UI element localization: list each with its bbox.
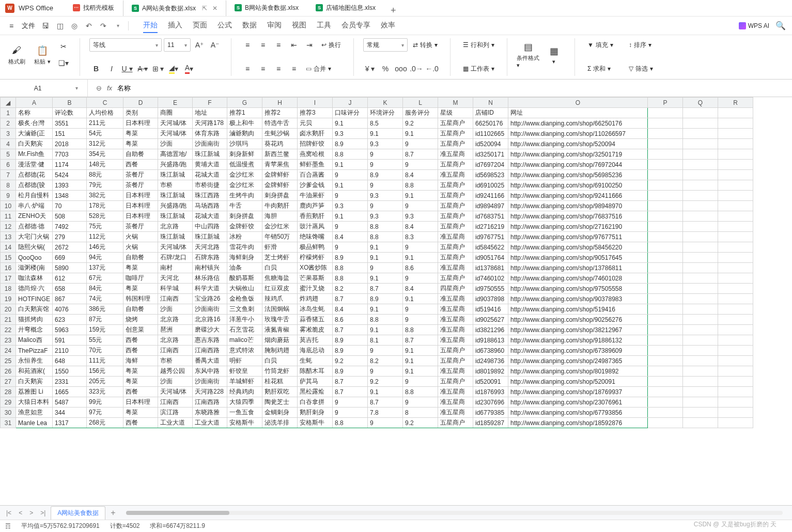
cell[interactable]: 9.1 <box>368 242 403 253</box>
cell[interactable]: 9.1 <box>333 211 368 222</box>
cell[interactable]: 大猿日本料 <box>16 397 53 408</box>
col-header-P[interactable]: P <box>648 98 683 108</box>
cell[interactable]: 9 <box>403 397 438 408</box>
cell[interactable]: 9.1 <box>368 273 403 284</box>
cell[interactable]: 658 <box>53 284 87 294</box>
cell[interactable]: id8019892 <box>473 366 508 377</box>
cell[interactable]: 西餐 <box>123 418 158 428</box>
sheet-nav-first[interactable]: |< <box>4 509 13 517</box>
row-header[interactable]: 29 <box>1 397 16 408</box>
cell[interactable]: 特选牛舌 <box>262 118 298 129</box>
cell[interactable]: 北京路 <box>158 222 193 232</box>
cell[interactable]: 9.1 <box>403 253 438 263</box>
row-header[interactable]: 24 <box>1 346 16 356</box>
cell[interactable]: 8.6 <box>333 315 368 325</box>
cell[interactable]: 88元 <box>87 170 123 180</box>
align-mid-button[interactable]: ≡ <box>256 38 270 52</box>
cell[interactable]: 9.3 <box>403 211 438 222</box>
cell[interactable]: 137元 <box>87 263 123 273</box>
cell[interactable]: 酸奶慕斯 <box>227 273 262 284</box>
cell[interactable]: 五星商户 <box>438 191 473 201</box>
cell[interactable]: id9241166 <box>473 191 508 201</box>
cell[interactable]: 准五星商 <box>438 170 473 180</box>
cell[interactable]: 自助餐 <box>123 253 158 263</box>
cell[interactable]: 5424 <box>53 170 87 180</box>
sort-button[interactable]: ↕排序 ▾ <box>626 38 655 52</box>
cell[interactable]: 马场西路 <box>193 201 227 211</box>
cell[interactable]: 粤菜 <box>123 129 158 139</box>
row-header[interactable]: 9 <box>1 191 16 201</box>
cell[interactable]: 鹿肉芦笋 <box>298 201 333 211</box>
cell[interactable]: 工业大道 <box>193 418 227 428</box>
cell[interactable]: ZENHO天 <box>16 211 53 222</box>
cell[interactable]: 97元 <box>87 408 123 418</box>
cell[interactable]: 8.2 <box>368 356 403 366</box>
cell[interactable]: 火锅 <box>123 242 158 253</box>
tab-doc-active[interactable]: SA网站美食数据.xlsx⇱✕ <box>123 0 226 16</box>
cell[interactable]: 虾饺皇 <box>227 366 262 377</box>
cell[interactable]: 8.9 <box>333 139 368 149</box>
cell[interactable]: 滨江路 <box>158 408 193 418</box>
cell[interactable]: 极上和牛 <box>227 118 262 129</box>
cell[interactable]: 刺身拼盘 <box>262 191 298 201</box>
cell[interactable]: 西餐 <box>123 160 158 170</box>
cell[interactable]: 623 <box>53 315 87 325</box>
cell[interactable]: http://www.dianping.com/shop/520091 <box>508 377 648 387</box>
header-cell[interactable]: 类别 <box>123 108 158 118</box>
cell[interactable]: 1348 <box>53 191 87 201</box>
cell[interactable]: 2018 <box>53 139 87 149</box>
cell[interactable]: 9.1 <box>333 118 368 129</box>
cell[interactable]: 石牌东路 <box>193 253 227 263</box>
print-icon[interactable]: ◫ <box>54 20 66 32</box>
cell[interactable]: 烧烤 <box>123 315 158 325</box>
cell[interactable]: 海胆 <box>262 211 298 222</box>
cell[interactable]: id7697204 <box>473 160 508 170</box>
hamburger-icon[interactable]: ≡ <box>5 20 18 32</box>
fill-color-button[interactable]: ◢ ▾ <box>167 62 180 75</box>
cell[interactable]: 洋葱牛小 <box>227 315 262 325</box>
cell[interactable]: 9 <box>403 273 438 284</box>
cell[interactable]: 准五星商 <box>438 304 473 315</box>
cell[interactable]: id9894897 <box>473 201 508 211</box>
cell[interactable]: 8.8 <box>368 222 403 232</box>
cell[interactable]: 3551 <box>53 118 87 129</box>
cell[interactable]: malico芒 <box>227 335 262 346</box>
dec-dec-button[interactable]: ←.0 <box>425 62 439 75</box>
cell[interactable]: 市桥街捷 <box>193 180 227 191</box>
cell[interactable]: 蜜汁叉烧 <box>298 284 333 294</box>
dec-inc-button[interactable]: .0→ <box>410 62 423 75</box>
cell[interactable]: 招牌虾饺 <box>298 139 333 149</box>
cell[interactable]: 极炙·台灣 <box>16 118 53 129</box>
cell[interactable]: 燕窝哈根 <box>298 149 333 160</box>
row-header[interactable]: 12 <box>1 222 16 232</box>
cell[interactable]: 金鲷刺身 <box>262 408 298 418</box>
cell[interactable]: 8.8 <box>333 273 368 284</box>
cell[interactable]: 黄埔大道 <box>193 160 227 170</box>
cell[interactable]: 青苹果焦 <box>262 160 298 170</box>
cell[interactable]: 8.9 <box>333 335 368 346</box>
cell[interactable]: 8.9 <box>368 294 403 304</box>
cell[interactable]: 天河路178 <box>193 118 227 129</box>
cell[interactable]: id7460102 <box>473 273 508 284</box>
col-header-D[interactable]: D <box>123 98 158 108</box>
col-header-M[interactable]: M <box>438 98 473 108</box>
cell[interactable]: http://www.dianping.com/shop/56985236 <box>508 170 648 180</box>
row-header[interactable]: 1 <box>1 108 16 118</box>
cell[interactable]: 白吞拿拼 <box>298 397 333 408</box>
cell[interactable]: 156元 <box>87 366 123 377</box>
cell[interactable]: http://www.dianping.com/shop/66250176 <box>508 118 648 129</box>
tab-formula[interactable]: 公式 <box>218 19 232 33</box>
cell[interactable]: 海鲜刺身 <box>227 253 262 263</box>
cell[interactable]: 8.7 <box>333 387 368 397</box>
cell[interactable]: 508 <box>53 211 87 222</box>
cell[interactable]: http://www.dianping.com/shop/76972044 <box>508 160 648 170</box>
cell[interactable]: id3250171 <box>473 149 508 160</box>
cell[interactable]: 低温慢煮 <box>227 160 262 170</box>
cell[interactable]: 滋粥楼(南 <box>16 263 53 273</box>
cell[interactable]: id5698523 <box>473 170 508 180</box>
cell[interactable]: 7492 <box>53 222 87 232</box>
cell[interactable]: 8 <box>403 408 438 418</box>
cell[interactable]: id9188613 <box>473 335 508 346</box>
cell[interactable]: 准五星商 <box>438 315 473 325</box>
cell[interactable]: 烟肉蘑菇 <box>262 335 298 346</box>
